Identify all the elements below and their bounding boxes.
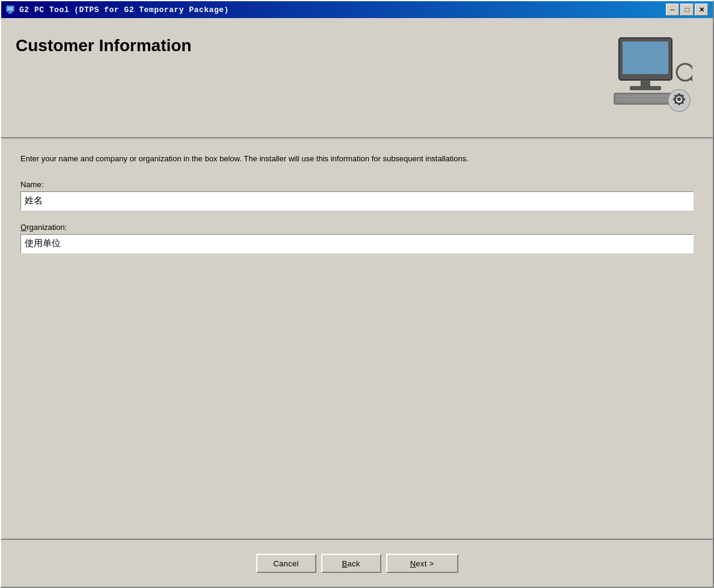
- title-bar-left: G2 PC Tool (DTPS for G2 Temporary Packag…: [6, 5, 229, 14]
- main-section: Enter your name and company or organizat…: [1, 138, 713, 539]
- window-title: G2 PC Tool (DTPS for G2 Temporary Packag…: [19, 5, 229, 14]
- name-input[interactable]: [20, 191, 694, 211]
- svg-rect-7: [630, 86, 661, 90]
- content-area: Customer Information: [1, 18, 713, 587]
- name-label: Name:: [20, 180, 694, 189]
- svg-point-15: [677, 97, 681, 101]
- computer-illustration-icon: [608, 33, 692, 117]
- back-label-rest: ack: [347, 559, 360, 568]
- svg-rect-2: [9, 11, 11, 13]
- org-form-group: Organization:: [20, 223, 694, 253]
- page-title: Customer Information: [16, 36, 191, 55]
- svg-line-25: [691, 78, 692, 86]
- org-label: Organization:: [20, 223, 694, 232]
- maximize-button[interactable]: □: [680, 4, 694, 16]
- description-text: Enter your name and company or organizat…: [20, 153, 694, 166]
- title-bar: G2 PC Tool (DTPS for G2 Temporary Packag…: [1, 1, 713, 18]
- name-form-group: Name:: [20, 180, 694, 211]
- svg-rect-1: [8, 7, 13, 10]
- svg-rect-5: [623, 42, 668, 74]
- svg-rect-6: [641, 80, 650, 86]
- minimize-button[interactable]: ─: [666, 4, 679, 16]
- app-icon: [6, 5, 16, 14]
- footer-section: Cancel Back Next >: [1, 539, 713, 587]
- title-bar-buttons: ─ □ ✕: [666, 4, 708, 16]
- close-button[interactable]: ✕: [695, 4, 708, 16]
- cancel-button[interactable]: Cancel: [256, 554, 316, 573]
- next-button[interactable]: Next >: [386, 554, 458, 573]
- svg-rect-3: [8, 13, 13, 14]
- header-section: Customer Information: [1, 18, 713, 138]
- org-input[interactable]: [20, 234, 694, 253]
- main-window: G2 PC Tool (DTPS for G2 Temporary Packag…: [0, 0, 714, 588]
- next-label-rest: ext >: [416, 559, 434, 568]
- back-button[interactable]: Back: [321, 554, 381, 573]
- header-illustration: [602, 30, 698, 120]
